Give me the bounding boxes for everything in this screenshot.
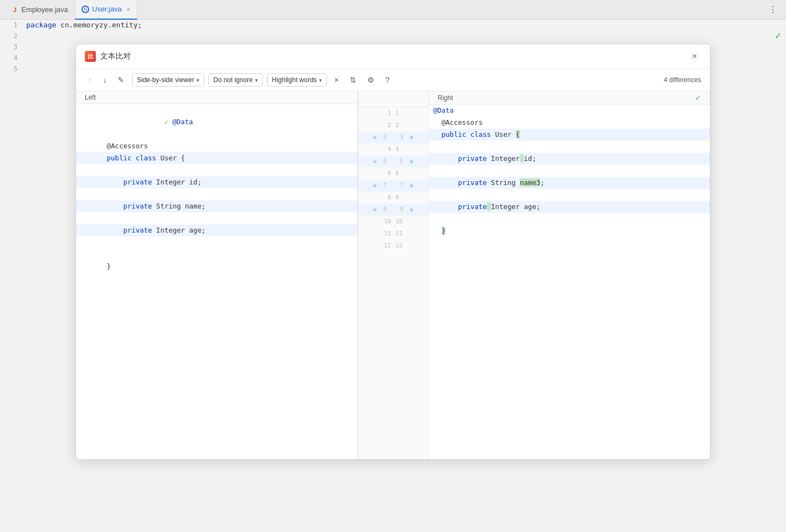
mid-row-4: 4 4 xyxy=(359,143,429,155)
mid-row-7: » 7 7 « xyxy=(359,180,429,192)
dialog-close-button[interactable]: × xyxy=(688,50,701,63)
left-line-9-content: private Integer age; xyxy=(94,224,357,236)
diff-content: Left ✓ @Data xyxy=(76,91,710,459)
right-line-12 xyxy=(429,237,710,249)
settings-button[interactable]: ⚙ xyxy=(364,73,378,86)
sync-scroll-button[interactable]: ⇅ xyxy=(346,73,360,86)
left-line-9: private Integer age; xyxy=(76,224,357,236)
left-line-4 xyxy=(76,164,357,176)
middle-rows: 1 1 2 2 » 3 3 « xyxy=(359,107,429,252)
left-line-2: @Accessors xyxy=(76,140,357,152)
right-check-icon: ✓ xyxy=(695,94,701,102)
diff-right-lines: @Data @Accessors public class User { xyxy=(429,105,710,459)
viewer-dropdown-arrow: ▾ xyxy=(196,77,199,83)
right-line-3-content: public class User { xyxy=(429,129,710,141)
left-line-3-content: public class User { xyxy=(94,152,357,164)
dialog-title: 文本比对 xyxy=(100,51,131,61)
help-button[interactable]: ? xyxy=(382,73,393,86)
left-line-12: } xyxy=(76,261,357,273)
left-line-2-content: @Accessors xyxy=(94,140,357,152)
left-line-12-content: } xyxy=(94,261,357,273)
diff-count-label: 4 differences xyxy=(664,76,702,84)
right-line-4 xyxy=(429,141,710,153)
right-line-2-content: @Accessors xyxy=(429,117,710,129)
viewer-dropdown[interactable]: Side-by-side viewer ▾ xyxy=(132,73,204,86)
right-line-8 xyxy=(429,189,710,201)
editor-container: J Employee.java C User.java × ⋮ 1 2 3 4 … xyxy=(0,0,786,532)
mid-row-11: 11 11 xyxy=(359,228,429,240)
left-line-3: public class User { xyxy=(76,152,357,164)
ignore-dropdown[interactable]: Do not ignore ▾ xyxy=(209,73,263,86)
left-line-5-content: private Integer id; xyxy=(94,176,357,188)
right-line-5-content: private Integer id; xyxy=(429,153,710,165)
close-panel-button[interactable]: × xyxy=(331,73,342,86)
diff-middle-header xyxy=(359,91,429,107)
diff-middle-panel: 1 1 2 2 » 3 3 « xyxy=(358,91,429,459)
dialog-overlay: 比 文本比对 × ↑ ↓ ✎ Side-by-side viewer ▾ Do … xyxy=(0,0,786,532)
left-line-6 xyxy=(76,188,357,200)
highlight-dropdown[interactable]: Highlight words ▾ xyxy=(267,73,327,86)
diff-right-panel[interactable]: Right ✓ @Data @Accessors xyxy=(429,91,710,459)
left-panel-label: Left xyxy=(85,94,96,101)
diff-right-header: Right ✓ xyxy=(429,91,710,105)
left-line-8 xyxy=(76,212,357,224)
prev-diff-button[interactable]: ↑ xyxy=(85,73,95,86)
left-line-13 xyxy=(76,273,357,285)
right-line-5: private Integer id; xyxy=(429,153,710,165)
mid-row-10: 10 10 xyxy=(359,216,429,228)
right-line-1: @Data xyxy=(429,105,710,117)
mid-row-5: » 5 5 « xyxy=(359,155,429,167)
next-diff-button[interactable]: ↓ xyxy=(100,73,110,86)
right-line-10 xyxy=(429,213,710,225)
left-line-1: ✓ @Data xyxy=(76,104,357,140)
right-line-11-content: } xyxy=(429,225,710,237)
right-line-1-content: @Data xyxy=(429,105,710,117)
mid-row-1: 1 1 xyxy=(359,107,429,119)
right-line-9: private Integer age; xyxy=(429,201,710,213)
left-line-1-content: ✓ @Data xyxy=(94,104,357,140)
left-line-11 xyxy=(76,248,357,261)
ignore-dropdown-arrow: ▾ xyxy=(255,77,258,83)
highlight-dropdown-arrow: ▾ xyxy=(319,77,322,83)
diff-dialog: 比 文本比对 × ↑ ↓ ✎ Side-by-side viewer ▾ Do … xyxy=(76,44,710,460)
mid-row-9: » 9 9 « xyxy=(359,204,429,216)
edit-button[interactable]: ✎ xyxy=(114,73,128,86)
right-line-7: private String name3; xyxy=(429,177,710,189)
ignore-dropdown-label: Do not ignore xyxy=(213,76,253,84)
left-line-10 xyxy=(76,236,357,248)
dialog-header: 比 文本比对 × xyxy=(76,44,710,69)
right-line-3: public class User { xyxy=(429,129,710,141)
diff-left-panel[interactable]: Left ✓ @Data xyxy=(76,91,358,459)
mid-row-8: 8 8 xyxy=(359,192,429,204)
right-line-11: } xyxy=(429,225,710,237)
right-line-6 xyxy=(429,165,710,177)
right-panel-label: Right xyxy=(438,94,453,102)
dialog-app-icon: 比 xyxy=(85,51,96,62)
mid-row-3: » 3 3 « xyxy=(359,131,429,143)
highlight-dropdown-label: Highlight words xyxy=(272,76,317,84)
left-line-5: private Integer id; xyxy=(76,176,357,188)
dialog-toolbar: ↑ ↓ ✎ Side-by-side viewer ▾ Do not ignor… xyxy=(76,69,710,91)
mid-row-2: 2 2 xyxy=(359,119,429,131)
mid-row-6: 6 6 xyxy=(359,167,429,180)
mid-row-12: 12 12 xyxy=(359,240,429,252)
right-line-2: @Accessors xyxy=(429,117,710,129)
diff-left-lines: ✓ @Data @Accessors xyxy=(76,104,357,459)
diff-left-header: Left xyxy=(76,91,357,104)
left-line-7: private String name; xyxy=(76,200,357,212)
left-line-7-content: private String name; xyxy=(94,200,357,212)
viewer-dropdown-label: Side-by-side viewer xyxy=(137,76,194,84)
right-line-7-content: private String name3; xyxy=(429,177,710,189)
right-line-9-content: private Integer age; xyxy=(429,201,710,213)
